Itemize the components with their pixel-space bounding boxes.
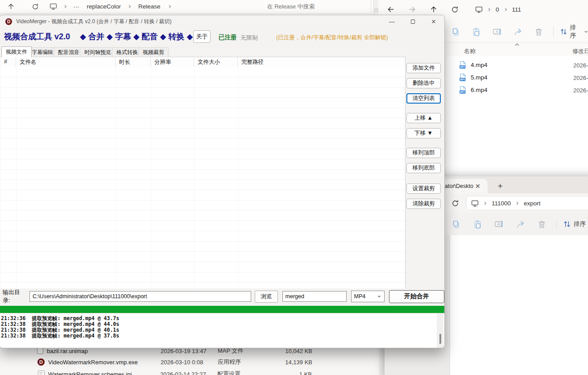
file-type: 应用程序 xyxy=(218,358,271,366)
up-icon[interactable] xyxy=(7,3,15,10)
back-icon[interactable] xyxy=(387,5,395,13)
close-button[interactable]: ✕ xyxy=(430,17,438,25)
file-row[interactable]: WatermarkRemover.schemes.ini 2026-02-14 … xyxy=(38,370,377,375)
breadcrumb-item-0[interactable]: 0 xyxy=(496,6,499,13)
this-pc-icon[interactable] xyxy=(50,3,57,10)
delete-icon[interactable] xyxy=(536,218,547,230)
move-top-button[interactable]: 移到顶部 xyxy=(406,148,441,158)
app-title: 视频合成工具 v2.0 xyxy=(4,31,70,42)
refresh-icon[interactable] xyxy=(451,200,459,207)
delete-icon[interactable] xyxy=(533,26,544,38)
tab-format-convert[interactable]: 格式转换 xyxy=(112,47,142,57)
forward-icon[interactable] xyxy=(408,5,416,13)
breadcrumb: 111000 export xyxy=(466,196,588,210)
file-row[interactable]: MP4 5.mp4 xyxy=(459,73,488,82)
vm-tabs: 视频文件 字幕编辑 配音混音 时间轴预览 格式转换 视频裁剪 xyxy=(0,46,404,57)
clear-crop-button[interactable]: 清除裁剪 xyxy=(406,199,441,209)
breadcrumb-item-release[interactable]: Release xyxy=(138,3,161,10)
chevron-right-icon xyxy=(483,201,487,205)
table-header: # 文件名 时长 分辨率 文件大小 完整路径 xyxy=(0,57,405,67)
rename-icon[interactable]: A xyxy=(492,26,503,38)
sort-menu[interactable]: 排序 xyxy=(563,220,588,228)
add-files-button[interactable]: 添加文件 xyxy=(406,63,441,73)
new-tab-icon[interactable]: ＋ xyxy=(496,182,504,190)
col-index[interactable]: # xyxy=(0,57,16,67)
paste-icon[interactable] xyxy=(472,218,483,230)
file-name: 4.mp4 xyxy=(471,62,488,68)
share-icon[interactable] xyxy=(514,218,526,230)
breadcrumb-item-replacecolor[interactable]: replaceColor xyxy=(87,3,121,10)
file-size: 10,042 KB xyxy=(271,348,312,354)
rename-icon[interactable]: A xyxy=(493,218,505,230)
copy-icon[interactable] xyxy=(450,26,461,38)
col-filename[interactable]: 文件名 xyxy=(16,57,116,67)
up-icon[interactable] xyxy=(430,5,438,13)
share-icon[interactable] xyxy=(513,26,524,38)
svg-text:A: A xyxy=(496,29,498,34)
refresh-icon[interactable] xyxy=(451,6,459,13)
col-resolution[interactable]: 分辨率 xyxy=(151,57,194,67)
move-bottom-button[interactable]: 移到底部 xyxy=(406,163,441,173)
this-pc-icon[interactable] xyxy=(475,6,483,13)
this-pc-icon[interactable] xyxy=(471,200,479,207)
move-down-button[interactable]: 下移 ▼ xyxy=(406,128,441,138)
about-button[interactable]: 关于 xyxy=(193,30,211,43)
tab-timeline-preview[interactable]: 时间轴预览 xyxy=(80,47,116,57)
file-modified: 2026-03-10 0:08 xyxy=(161,359,218,366)
tab-close-icon[interactable]: ✕ xyxy=(475,183,480,190)
merge-progress-bar xyxy=(0,306,444,313)
chevron-right-icon xyxy=(128,4,132,8)
file-row[interactable]: D VideoWatermarkRemover.vmp.exe 2026-03-… xyxy=(37,358,377,366)
tab-video-files[interactable]: 视频文件 xyxy=(1,46,32,57)
col-duration[interactable]: 时长 xyxy=(116,57,151,67)
file-row[interactable]: MP4 4.mp4 xyxy=(459,61,488,69)
breadcrumb: 0 111 xyxy=(470,2,588,17)
column-header-name[interactable]: 名称 xyxy=(464,47,476,55)
output-path-input[interactable] xyxy=(29,291,251,302)
registered-badge: 已注册 xyxy=(219,33,237,42)
browse-button[interactable]: 浏览 xyxy=(255,291,277,303)
remove-selected-button[interactable]: 删除选中 xyxy=(406,78,441,88)
format-select[interactable]: MP4 xyxy=(351,291,385,302)
file-row[interactable]: MP4 6.mp4 xyxy=(459,86,488,94)
checkbox[interactable] xyxy=(37,348,43,354)
breadcrumb-item-111[interactable]: 111 xyxy=(512,6,522,13)
tab-dubbing-mix[interactable]: 配音混音 xyxy=(54,47,84,57)
video-file-table: # 文件名 时长 分辨率 文件大小 完整路径 xyxy=(0,57,406,288)
table-body[interactable] xyxy=(0,67,405,288)
refresh-icon[interactable] xyxy=(32,3,39,10)
scrollbar-thumb[interactable] xyxy=(439,334,441,344)
log-scrollbar[interactable] xyxy=(437,313,443,348)
filename-input[interactable] xyxy=(282,291,347,302)
clear-list-button[interactable]: 清空列表 xyxy=(406,93,441,104)
tab-title: ator\Deskto xyxy=(445,183,473,189)
sort-menu[interactable]: 排序 xyxy=(560,24,588,40)
log-line: 21:32:38 提取预览帧: merged.mp4 @ 37.8s xyxy=(1,333,444,339)
tab-video-crop[interactable]: 视频裁剪 xyxy=(138,47,169,57)
chevron-right-icon xyxy=(168,4,172,8)
file-name: 6.mp4 xyxy=(471,87,488,93)
file-size: 14,139 KB xyxy=(271,359,312,366)
desktop: ⋯ replaceColor Release bazil.rar.unimap … xyxy=(0,0,588,375)
maximize-button[interactable] xyxy=(409,17,417,25)
breadcrumb-item-export[interactable]: export xyxy=(524,200,541,207)
sort-label: 排序 xyxy=(570,24,581,40)
start-merge-button[interactable]: 开始合并 xyxy=(389,290,444,303)
column-header-modified[interactable]: 修改日期 xyxy=(572,47,588,55)
copy-icon[interactable] xyxy=(450,218,462,230)
tab-subtitle-edit[interactable]: 字幕编辑 xyxy=(27,47,58,57)
search-input[interactable] xyxy=(266,3,348,10)
file-name: 5.mp4 xyxy=(471,74,488,81)
paste-icon[interactable] xyxy=(471,26,482,38)
breadcrumb-ellipsis[interactable]: ⋯ xyxy=(73,3,79,10)
col-fullpath[interactable]: 完整路径 xyxy=(238,57,405,67)
col-filesize[interactable]: 文件大小 xyxy=(194,57,238,67)
output-row: 输出目录: 浏览 MP4 开始合并 xyxy=(0,290,444,303)
move-up-button[interactable]: 上移 ▲ xyxy=(406,113,441,123)
vm-titlebar[interactable]: D VideoMerger - 视频合成工具 v2.0 (合并 / 字幕 / 配… xyxy=(0,15,444,28)
minimize-button[interactable]: — xyxy=(388,17,396,25)
breadcrumb-item-111000[interactable]: 111000 xyxy=(492,200,511,207)
chevron-right-icon xyxy=(515,201,519,205)
app-logo-icon: D xyxy=(5,18,12,25)
set-crop-button[interactable]: 设置裁剪 xyxy=(406,183,441,194)
